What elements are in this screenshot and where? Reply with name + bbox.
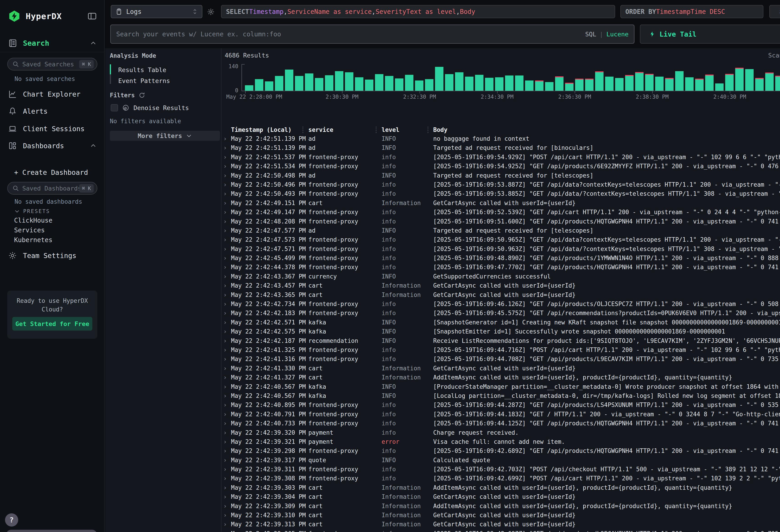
table-row[interactable]: ›May 22 2:42:47.571 PMfrontend-proxyinfo… <box>223 244 780 253</box>
chart-bar[interactable] <box>495 77 503 91</box>
chart-bar[interactable] <box>675 71 684 91</box>
chart-bar[interactable] <box>255 79 263 91</box>
row-expand-chevron-icon[interactable]: › <box>223 171 227 180</box>
table-row[interactable]: ›May 22 2:42:51.139 PMadINFOno baggage f… <box>223 134 780 143</box>
row-expand-chevron-icon[interactable]: › <box>223 327 227 336</box>
chart-bar[interactable] <box>485 78 493 91</box>
table-row[interactable]: ›May 22 2:42:39.310 PMcartInformationGet… <box>223 511 780 520</box>
chart-bar[interactable] <box>735 68 744 91</box>
chart-bar[interactable] <box>425 79 433 91</box>
source-select[interactable]: Logs <box>111 5 202 18</box>
table-row[interactable]: ›May 22 2:42:45.499 PMfrontend-proxyinfo… <box>223 253 780 262</box>
row-expand-chevron-icon[interactable]: › <box>223 290 227 299</box>
chart-bar[interactable] <box>565 83 574 91</box>
row-expand-chevron-icon[interactable]: › <box>223 253 227 262</box>
table-row[interactable]: ›May 22 2:42:41.325 PMfrontend-proxyinfo… <box>223 345 780 354</box>
table-row[interactable]: ›May 22 2:42:42.187 PMrecommendationINFO… <box>223 336 780 345</box>
chart-bar[interactable] <box>505 76 514 91</box>
row-expand-chevron-icon[interactable]: › <box>223 391 227 400</box>
search-input[interactable]: Search your events w/ Lucene ex. column:… <box>110 25 634 44</box>
column-resize-handle[interactable] <box>302 127 303 133</box>
mode-sql-toggle[interactable]: SQL <box>585 31 596 38</box>
row-expand-chevron-icon[interactable]: › <box>223 410 227 419</box>
row-expand-chevron-icon[interactable]: › <box>223 226 227 235</box>
chart-bar[interactable] <box>775 76 780 91</box>
presets-section-toggle[interactable]: PRESETS <box>14 208 50 214</box>
chart-bar[interactable] <box>445 74 453 91</box>
col-timestamp[interactable]: Timestamp (Local) <box>231 126 292 134</box>
table-row[interactable]: ›May 22 2:42:42.183 PMfrontend-proxyinfo… <box>223 308 780 318</box>
mode-results-table[interactable]: Results Table <box>118 66 166 74</box>
table-row[interactable]: ›May 22 2:42:41.327 PMcartInformationAdd… <box>223 373 780 382</box>
table-row[interactable]: ›May 22 2:42:42.571 PMkafkaINFO[Snapshot… <box>223 318 780 327</box>
table-row[interactable]: ›May 22 2:42:39.303 PMcartInformationAdd… <box>223 483 780 492</box>
table-row[interactable]: ›May 22 2:42:42.575 PMkafkaINFO[Snapshot… <box>223 327 780 336</box>
table-row[interactable]: ›May 22 2:42:39.320 PMpaymentinfoCharge … <box>223 428 780 437</box>
chart-bar[interactable] <box>275 76 283 91</box>
row-expand-chevron-icon[interactable]: › <box>223 262 227 272</box>
row-expand-chevron-icon[interactable]: › <box>223 382 227 391</box>
column-resize-handle[interactable] <box>376 127 377 133</box>
order-by-input[interactable]: ORDER BY TimestampTime DESC <box>620 5 764 18</box>
chart-bar[interactable] <box>725 74 734 91</box>
chart-bar[interactable] <box>595 71 603 91</box>
chart-bar[interactable] <box>755 78 764 91</box>
row-expand-chevron-icon[interactable]: › <box>223 529 227 532</box>
chevron-up-icon[interactable] <box>90 142 97 149</box>
table-row[interactable]: ›May 22 2:42:42.734 PMfrontend-proxyinfo… <box>223 299 780 308</box>
row-expand-chevron-icon[interactable]: › <box>223 437 227 446</box>
chart-bar[interactable] <box>575 79 584 91</box>
chart-bar[interactable] <box>745 69 753 91</box>
table-row[interactable]: ›May 22 2:42:39.304 PMcartInformationGet… <box>223 492 780 501</box>
denoise-results-checkbox[interactable]: Denoise Results <box>111 104 189 111</box>
chart-bar[interactable] <box>585 79 593 91</box>
table-row[interactable]: ›May 22 2:42:51.139 PMadINFOTargeted ad … <box>223 143 780 152</box>
chart-bar[interactable] <box>545 82 553 91</box>
table-row[interactable]: ›May 22 2:42:40.567 PMkafkaINFO[LocalLog… <box>223 391 780 400</box>
table-row[interactable]: ›May 22 2:42:50.498 PMadINFOTargeted ad … <box>223 171 780 180</box>
source-settings-gear-icon[interactable] <box>206 7 216 17</box>
row-expand-chevron-icon[interactable]: › <box>223 198 227 207</box>
table-row[interactable]: ›May 22 2:42:41.316 PMfrontend-proxyinfo… <box>223 354 780 364</box>
mode-lucene-toggle[interactable]: Lucene <box>606 31 629 38</box>
mode-event-patterns[interactable]: Event Patterns <box>118 77 170 84</box>
row-expand-chevron-icon[interactable]: › <box>223 364 227 373</box>
table-row[interactable]: ›May 22 2:42:48.208 PMfrontend-proxyinfo… <box>223 217 780 226</box>
sidebar-item-client-sessions[interactable]: Client Sessions <box>8 123 97 135</box>
live-tail-button[interactable]: Live Tail <box>640 25 780 44</box>
chart-bar[interactable] <box>365 80 374 91</box>
row-expand-chevron-icon[interactable]: › <box>223 511 227 520</box>
chart-bar[interactable] <box>325 75 333 91</box>
table-row[interactable]: ›May 22 2:42:47.573 PMfrontend-proxyinfo… <box>223 235 780 244</box>
create-dashboard-button[interactable]: + Create Dashboard <box>14 166 103 178</box>
chart-bar[interactable] <box>405 75 413 91</box>
chart-bar[interactable] <box>695 79 703 91</box>
table-row[interactable]: ›May 22 2:42:39.305 PMfrontend-proxyinfo… <box>223 529 780 532</box>
table-row[interactable]: ›May 22 2:42:40.895 PMfrontend-proxyinfo… <box>223 400 780 409</box>
save-button[interactable]: Save <box>769 5 780 18</box>
col-service[interactable]: service <box>308 126 333 134</box>
chart-bar[interactable] <box>665 78 674 91</box>
row-expand-chevron-icon[interactable]: › <box>223 501 227 511</box>
chart-bar[interactable] <box>615 78 624 91</box>
chart-bar[interactable] <box>625 75 634 91</box>
row-expand-chevron-icon[interactable]: › <box>223 308 227 318</box>
row-expand-chevron-icon[interactable]: › <box>223 474 227 483</box>
chart-bar[interactable] <box>685 77 694 91</box>
row-expand-chevron-icon[interactable]: › <box>223 134 227 143</box>
chart-bar[interactable] <box>765 72 774 91</box>
chart-bar[interactable] <box>315 78 323 91</box>
table-row[interactable]: ›May 22 2:42:41.330 PMcartInformationGet… <box>223 364 780 373</box>
table-row[interactable]: ›May 22 2:42:49.151 PMcartInformationGet… <box>223 198 780 207</box>
table-row[interactable]: ›May 22 2:42:50.493 PMfrontend-proxyinfo… <box>223 189 780 198</box>
table-row[interactable]: ›May 22 2:42:43.457 PMcartInformationGet… <box>223 281 780 290</box>
chart-bar[interactable] <box>345 72 353 91</box>
row-expand-chevron-icon[interactable]: › <box>223 400 227 409</box>
column-resize-handle[interactable] <box>428 127 429 133</box>
checkbox[interactable] <box>111 104 118 111</box>
row-expand-chevron-icon[interactable]: › <box>223 207 227 217</box>
chart-bar[interactable] <box>245 85 253 91</box>
chart-bar[interactable] <box>285 69 293 91</box>
chart-bar[interactable] <box>295 76 303 91</box>
row-expand-chevron-icon[interactable]: › <box>223 244 227 253</box>
